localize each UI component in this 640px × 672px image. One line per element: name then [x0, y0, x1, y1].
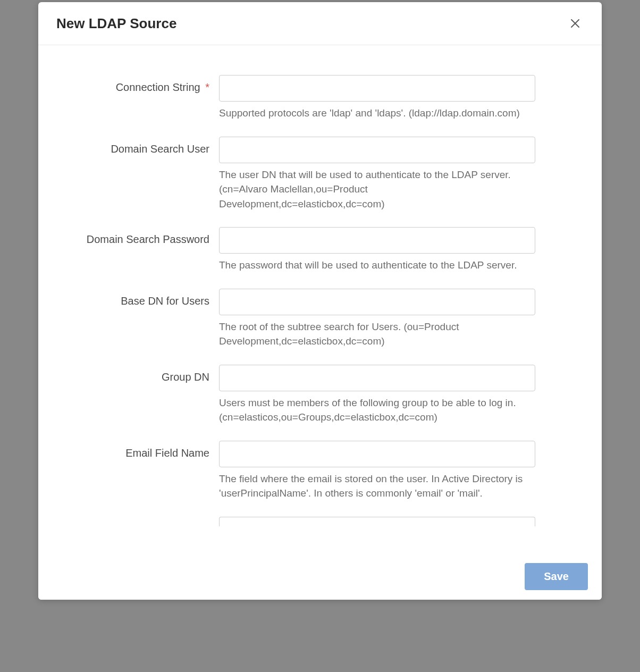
close-button[interactable]	[567, 15, 584, 32]
close-icon	[569, 17, 582, 30]
label-connection-string: Connection String *	[60, 75, 219, 94]
help-connection-string: Supported protocols are 'ldap' and 'ldap…	[219, 106, 535, 121]
help-group-dn: Users must be members of the following g…	[219, 396, 535, 425]
label-domain-search-user: Domain Search User	[60, 137, 219, 155]
domain-search-user-input[interactable]	[219, 137, 535, 163]
modal-header: New LDAP Source	[38, 2, 602, 45]
field-domain-search-password: Domain Search Password The password that…	[60, 227, 580, 273]
field-next-partial	[60, 517, 580, 526]
domain-search-password-input[interactable]	[219, 227, 535, 254]
modal-footer: Save	[38, 553, 602, 600]
label-group-dn: Group DN	[60, 365, 219, 383]
new-ldap-source-modal: New LDAP Source Connection String * Supp…	[38, 2, 602, 600]
field-group-dn: Group DN Users must be members of the fo…	[60, 365, 580, 425]
label-domain-search-password: Domain Search Password	[60, 227, 219, 246]
base-dn-users-input[interactable]	[219, 289, 535, 315]
field-email-field-name: Email Field Name The field where the ema…	[60, 441, 580, 501]
modal-body: Connection String * Supported protocols …	[38, 45, 602, 553]
field-domain-search-user: Domain Search User The user DN that will…	[60, 137, 580, 212]
field-connection-string: Connection String * Supported protocols …	[60, 75, 580, 121]
group-dn-input[interactable]	[219, 365, 535, 391]
help-domain-search-user: The user DN that will be used to authent…	[219, 167, 535, 212]
help-domain-search-password: The password that will be used to authen…	[219, 258, 535, 273]
email-field-name-input[interactable]	[219, 441, 535, 467]
field-base-dn-users: Base DN for Users The root of the subtre…	[60, 289, 580, 349]
help-base-dn-users: The root of the subtree search for Users…	[219, 320, 535, 349]
save-button[interactable]: Save	[525, 563, 588, 590]
connection-string-input[interactable]	[219, 75, 535, 102]
required-asterisk: *	[205, 81, 209, 93]
next-field-partial	[219, 517, 535, 526]
label-base-dn-users: Base DN for Users	[60, 289, 219, 307]
modal-title: New LDAP Source	[56, 15, 176, 32]
label-email-field-name: Email Field Name	[60, 441, 219, 459]
help-email-field-name: The field where the email is stored on t…	[219, 472, 535, 501]
